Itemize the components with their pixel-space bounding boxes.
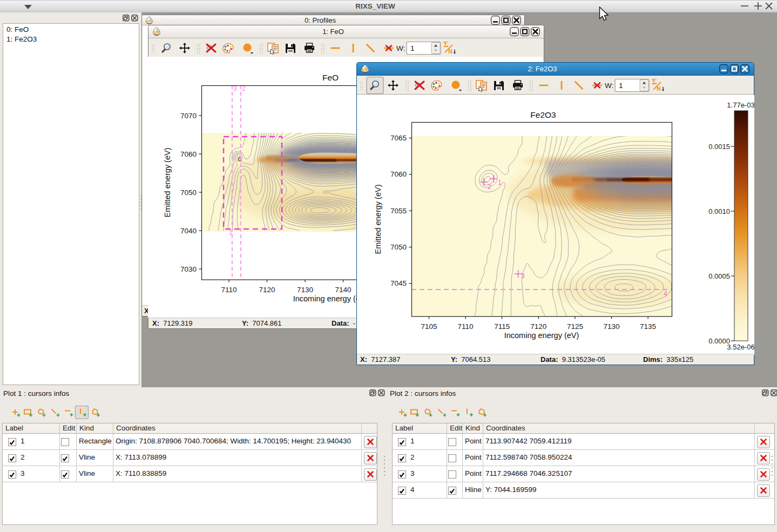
svg-text:1.77e-03: 1.77e-03: [727, 101, 754, 109]
svg-text:7105: 7105: [421, 322, 437, 331]
svg-text:0.0005: 0.0005: [708, 272, 730, 280]
svg-text:1: 1: [498, 179, 502, 186]
svg-text:1: 1: [410, 44, 415, 52]
svg-text:7140: 7140: [335, 286, 351, 294]
svg-text:7110: 7110: [221, 286, 237, 294]
svg-text:W:: W:: [396, 44, 405, 52]
svg-text:3.52e-06: 3.52e-06: [727, 343, 754, 351]
svg-text:7110: 7110: [458, 322, 474, 331]
svg-text:N: N: [657, 85, 661, 92]
svg-text:Fe2O3: Fe2O3: [530, 110, 556, 119]
svg-text:7130: 7130: [297, 286, 313, 294]
svg-text:slx: slx: [362, 67, 368, 72]
svg-text:slx: slx: [146, 19, 153, 24]
svg-text:7050: 7050: [390, 243, 407, 251]
svg-text:7120: 7120: [530, 322, 546, 331]
svg-text:7030: 7030: [180, 265, 197, 273]
svg-text:Incoming energy (eV): Incoming energy (eV): [504, 331, 579, 340]
svg-text:7055: 7055: [390, 207, 407, 215]
svg-text:FeO: FeO: [322, 73, 339, 82]
svg-text:7050: 7050: [180, 188, 197, 197]
svg-text:1: 1: [619, 82, 623, 90]
svg-text:2: 2: [488, 183, 491, 191]
svg-text:0.0015: 0.0015: [708, 143, 730, 151]
svg-text:Σ: Σ: [652, 77, 657, 86]
svg-text:Σ: Σ: [443, 40, 449, 49]
svg-text:7060: 7060: [180, 150, 197, 158]
svg-text:slx: slx: [153, 30, 160, 35]
svg-text:0.0010: 0.0010: [708, 207, 730, 216]
svg-text:Emitted energy (eV): Emitted energy (eV): [163, 148, 172, 218]
svg-text:7045: 7045: [390, 279, 407, 287]
svg-text:7040: 7040: [180, 227, 197, 235]
svg-text:Emitted energy (eV): Emitted energy (eV): [374, 185, 382, 254]
svg-text:7125: 7125: [567, 322, 583, 331]
svg-text:1: 1: [229, 229, 233, 237]
svg-text:7070: 7070: [180, 112, 197, 120]
svg-text:7060: 7060: [390, 170, 407, 178]
svg-text:7065: 7065: [390, 134, 407, 142]
svg-text:3: 3: [521, 272, 525, 280]
svg-text:7115: 7115: [494, 322, 510, 331]
svg-text:N: N: [448, 48, 452, 55]
svg-text:7120: 7120: [259, 286, 275, 294]
svg-text:7130: 7130: [603, 322, 619, 331]
svg-text:W:: W:: [605, 82, 613, 90]
svg-text:4: 4: [664, 290, 667, 298]
svg-text:7135: 7135: [640, 322, 656, 331]
